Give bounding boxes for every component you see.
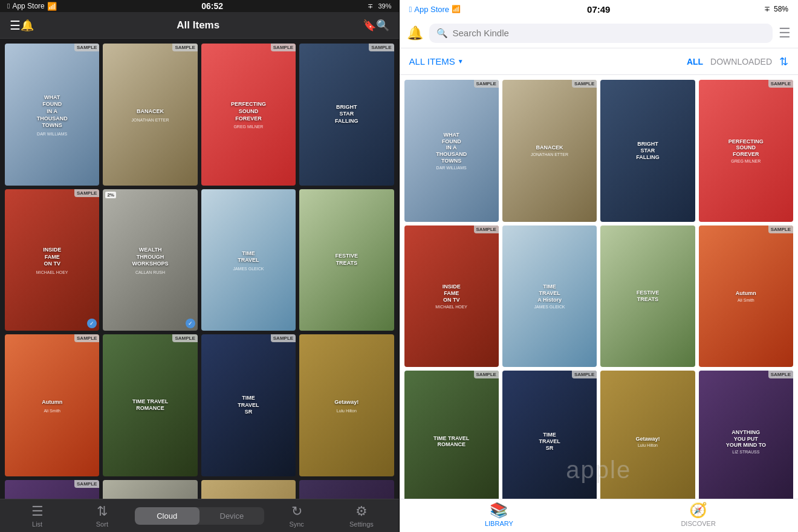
filter-all-items-label: ALL ITEMS xyxy=(409,56,455,66)
search-input-wrap: 🔍 xyxy=(429,24,773,43)
list-item[interactable]: FESTIVETREATS xyxy=(299,189,394,331)
list-item[interactable]: TIMETRAVELA HistoryJAMES GLEICK xyxy=(502,225,597,368)
left-sort-icon: ⇅ xyxy=(97,504,108,519)
list-item[interactable]: BRIGHTSTARFALLING xyxy=(600,80,695,222)
left-sync-icon: ↻ xyxy=(291,504,302,519)
left-menu-icon[interactable]: ☰ xyxy=(10,18,21,33)
filter-chevron-icon: ▼ xyxy=(458,58,464,65)
left-tab-cloud[interactable]: Cloud xyxy=(135,507,199,525)
apple-icon:  xyxy=(7,2,10,10)
left-books-content: SAMPLEWHATFOUNDIN ATHOUSANDTOWNSDAR WILL… xyxy=(0,39,399,499)
left-settings-label: Settings xyxy=(349,521,374,528)
check-badge: ✓ xyxy=(186,319,195,328)
left-time: 06:52 xyxy=(201,1,223,11)
right-tab-bar: 📚 LIBRARY 🧭 DISCOVER xyxy=(400,499,799,532)
list-item[interactable]: SAMPLEPERFECTINGSOUNDFOREVERGREG MILNER xyxy=(699,80,793,222)
list-item[interactable]: STAR TREKTHESE ARETHE VOYAGESMARC CUSHMA… xyxy=(103,480,197,499)
left-list-label: List xyxy=(32,521,42,528)
list-item[interactable]: Getaway!Lulu Hilton xyxy=(299,334,394,476)
percent-badge: 2% xyxy=(105,192,116,198)
sample-badge: SAMPLE xyxy=(74,480,99,488)
check-badge: ✓ xyxy=(87,319,97,328)
right-library-label: LIBRARY xyxy=(485,520,513,527)
left-nav-title: All Items xyxy=(34,19,363,31)
left-tab-settings[interactable]: ⚙ Settings xyxy=(329,504,394,528)
left-status-right: ∓ 39% xyxy=(368,2,391,10)
list-item[interactable]: SAMPLEBRIGHTSTARFALLING xyxy=(299,44,394,186)
sample-badge: SAMPLE xyxy=(768,371,793,378)
list-item[interactable]: SAMPLETIMETRAVELSR xyxy=(201,334,296,476)
list-item[interactable]: SAMPLEBANACEKJONATHAN ETTER xyxy=(502,80,597,222)
filter-all-items-btn[interactable]: ALL ITEMS ▼ xyxy=(409,56,464,66)
right-battery-text: 58% xyxy=(774,5,788,13)
left-tab-device[interactable]: Device xyxy=(199,507,264,525)
list-item[interactable]: SAMPLEBANACEKJONATHAN ETTER xyxy=(103,44,197,186)
sample-badge: SAMPLE xyxy=(369,44,394,51)
left-sort-label: Sort xyxy=(96,521,108,528)
right-wifi-icon: 📶 xyxy=(452,5,461,13)
left-app-store-label:  App Store 📶 xyxy=(7,2,57,11)
right-search-bar: 🔔 🔍 ☰ xyxy=(400,18,799,48)
list-item[interactable]: SAMPLEANYTHINGYOU PUTYOUR MIND TOLIZ STR… xyxy=(699,371,793,499)
left-tab-list[interactable]: ☰ List xyxy=(5,504,70,528)
right-tab-library[interactable]: 📚 LIBRARY xyxy=(400,502,599,530)
left-tab-sort[interactable]: ⇅ Sort xyxy=(70,504,134,528)
list-item[interactable]: SAMPLETIMETRAVELSR xyxy=(502,371,597,499)
sample-badge: SAMPLE xyxy=(474,225,499,233)
right-library-icon: 📚 xyxy=(490,502,508,519)
left-bluetooth-icon: ∓ xyxy=(368,2,373,10)
right-app-store-label:  App Store 📶 xyxy=(409,5,461,14)
sample-badge: SAMPLE xyxy=(271,334,296,342)
left-search-icon[interactable]: 🔍 xyxy=(376,19,389,32)
left-list-icon: ☰ xyxy=(31,504,44,519)
sample-badge: SAMPLE xyxy=(271,44,296,51)
list-item[interactable]: SAMPLEPERFECTINGSOUNDFOREVERGREG MILNER xyxy=(201,44,296,186)
list-item[interactable]: 2%WEALTHTHROUGHWORKSHOPSCALLAN RUSH✓ xyxy=(103,189,197,331)
sample-badge: SAMPLE xyxy=(74,44,99,51)
right-notif-icon[interactable]: 🔔 xyxy=(407,25,423,41)
sample-badge: SAMPLE xyxy=(474,371,499,378)
sample-badge: SAMPLE xyxy=(572,80,597,88)
list-item[interactable]: SAMPLEINSIDEFAMEON TVMICHAEL HOEY xyxy=(404,225,499,368)
search-input[interactable] xyxy=(453,28,766,38)
filter-tabs-group: ALL DOWNLOADED ⇅ xyxy=(687,55,788,68)
list-item[interactable]: SAMPLEWHATFOUNDIN ATHOUSANDTOWNSDAR WILL… xyxy=(404,80,499,222)
sample-badge: SAMPLE xyxy=(74,334,99,342)
list-item[interactable]: SAMPLEANYTHINGYOU PUTYOUR MIND TOLIZ STR… xyxy=(5,480,99,499)
left-bookmark-icon[interactable]: 🔖 xyxy=(363,19,376,32)
right-status-icons: ∓ 58% xyxy=(764,5,788,13)
left-books-grid: SAMPLEWHATFOUNDIN ATHOUSANDTOWNSDAR WILL… xyxy=(5,44,394,499)
sample-badge: SAMPLE xyxy=(572,371,597,378)
list-item[interactable]: Getaway!Lulu Hilton xyxy=(600,371,695,499)
left-battery-text: 39% xyxy=(378,2,391,10)
list-item[interactable]: SAMPLETIME TRAVELROMANCE xyxy=(404,371,499,499)
left-segment-group: Cloud Device xyxy=(135,507,265,525)
list-item[interactable]: FESTIVETREATS xyxy=(600,225,695,368)
left-panel:  App Store 📶 06:52 ∓ 39% ☰ 🔔 All Items … xyxy=(0,0,399,532)
list-item[interactable]: TIMETRAVELJAMES GLEICK xyxy=(201,189,296,331)
list-item[interactable]: SAMPLEINSIDEFAMEON TVMICHAEL HOEY✓ xyxy=(5,189,99,331)
filter-tab-all[interactable]: ALL xyxy=(687,57,703,66)
list-item[interactable]: SAMPLEAutumnAli Smith xyxy=(699,225,793,368)
left-wifi-icon: 📶 xyxy=(47,2,57,11)
list-item[interactable]: SAMPLEAutumnAli Smith xyxy=(5,334,99,476)
list-item[interactable]: THE SINSOF THEFATHERSANDY CONWAY xyxy=(299,480,394,499)
left-nav-bar: ☰ 🔔 All Items 🔖 🔍 xyxy=(0,12,399,39)
list-item[interactable]: SAMPLETIME TRAVELROMANCE xyxy=(103,334,197,476)
right-tab-discover[interactable]: 🧭 DISCOVER xyxy=(598,502,798,530)
left-notif-icon[interactable]: 🔔 xyxy=(21,19,34,32)
right-list-icon[interactable]: ☰ xyxy=(779,25,791,41)
right-panel:  App Store 📶 07:49 ∓ 58% 🔔 🔍 ☰ ALL ITEM… xyxy=(400,0,799,532)
left-tab-bar: ☰ List ⇅ Sort Cloud Device ↻ Sync ⚙ Sett… xyxy=(0,499,399,532)
right-books-content: SAMPLEWHATFOUNDIN ATHOUSANDTOWNSDAR WILL… xyxy=(400,75,799,499)
right-status-bar:  App Store 📶 07:49 ∓ 58% xyxy=(400,0,799,18)
right-time: 07:49 xyxy=(587,4,610,15)
right-sort-icon[interactable]: ⇅ xyxy=(779,55,788,68)
list-item[interactable]: TOUCHSTONESEASON ONE xyxy=(201,480,296,499)
list-item[interactable]: SAMPLEWHATFOUNDIN ATHOUSANDTOWNSDAR WILL… xyxy=(5,44,99,186)
sample-badge: SAMPLE xyxy=(172,44,197,51)
left-tab-sync[interactable]: ↻ Sync xyxy=(264,504,329,528)
filter-tab-downloaded[interactable]: DOWNLOADED xyxy=(710,57,772,66)
sample-badge: SAMPLE xyxy=(74,189,99,197)
right-discover-icon: 🧭 xyxy=(689,502,707,519)
